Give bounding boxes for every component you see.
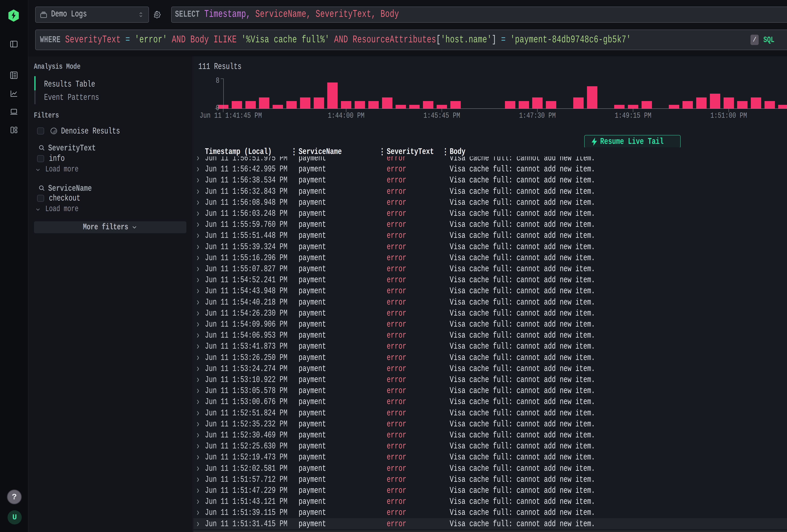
svg-text:1:49:15 PM: 1:49:15 PM [615, 111, 651, 120]
svg-text:8: 8 [216, 76, 219, 85]
svg-text:1:45:45 PM: 1:45:45 PM [423, 111, 460, 120]
svg-text:1:51:00 PM: 1:51:00 PM [710, 111, 747, 120]
svg-text:1:47:30 PM: 1:47:30 PM [519, 111, 556, 120]
svg-text:1:44:00 PM: 1:44:00 PM [328, 111, 364, 120]
svg-text:Jun 11 1:41:45 PM: Jun 11 1:41:45 PM [199, 111, 262, 120]
